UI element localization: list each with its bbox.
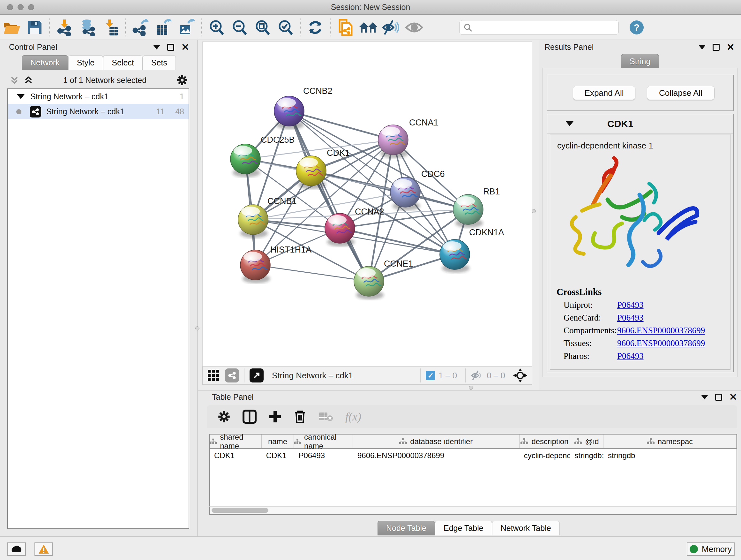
close-window-button[interactable] <box>7 4 13 10</box>
cloud-status-button[interactable] <box>7 543 26 556</box>
node-CDC6[interactable]: CDC6 <box>390 169 445 210</box>
delete-column-icon[interactable] <box>293 410 307 424</box>
network-view-canvas[interactable]: CCNB2CCNA1CDC25BCDK1CDC6RB1CCNB1CCNA2CDK… <box>202 42 532 366</box>
float-panel-icon[interactable] <box>167 44 174 51</box>
export-network-button[interactable] <box>131 18 150 37</box>
node-HIST1H1A[interactable]: HIST1H1A <box>240 245 312 283</box>
expand-all-icon[interactable] <box>23 75 33 85</box>
show-columns-icon[interactable] <box>243 410 257 424</box>
birds-eye-view-icon[interactable] <box>207 369 220 382</box>
crosslink-link[interactable]: 9606.ENSP00000378699 <box>617 326 705 335</box>
selected-nodes-checkbox[interactable]: ✓ <box>426 371 435 380</box>
column-header-name[interactable]: name <box>262 435 294 448</box>
collapse-caret-icon[interactable] <box>17 94 24 99</box>
table-cell[interactable]: CDK1 <box>262 449 294 463</box>
function-builder-icon[interactable]: f(x) <box>345 410 361 423</box>
float-panel-icon[interactable] <box>715 394 722 401</box>
edge-CCNB2-CCNA1[interactable] <box>289 111 393 140</box>
refresh-button[interactable] <box>306 18 325 37</box>
edge-HIST1H1A-CCNE1[interactable] <box>255 265 369 281</box>
edge-CCNB2-CCNE1[interactable] <box>289 111 369 281</box>
table-row[interactable]: CDK1CDK1P064939606.ENSP00000378699cyclin… <box>210 449 737 463</box>
column-header-database-identifier[interactable]: database identifier <box>353 435 520 448</box>
memory-button[interactable]: Memory <box>687 543 735 556</box>
fit-selected-crosshair-icon[interactable] <box>513 368 528 383</box>
open-in-window-icon[interactable] <box>250 368 264 382</box>
node-CDKN1A[interactable]: CDKN1A <box>440 228 504 273</box>
node-table[interactable]: shared namenamecanonical namedatabase id… <box>209 434 737 506</box>
search-box[interactable] <box>459 20 619 35</box>
tab-network-table[interactable]: Network Table <box>492 521 560 536</box>
import-network-file-button[interactable] <box>55 18 74 37</box>
gene-card-header[interactable]: CDK1 <box>547 114 733 133</box>
tab-style[interactable]: Style <box>68 55 104 70</box>
table-cell[interactable]: 9606.ENSP00000378699 <box>353 449 520 463</box>
search-input[interactable] <box>472 23 610 32</box>
zoom-in-button[interactable] <box>206 18 226 37</box>
float-panel-icon[interactable] <box>713 44 720 51</box>
column-header-canonical-name[interactable]: canonical name <box>294 435 353 448</box>
tab-node-table[interactable]: Node Table <box>378 521 435 536</box>
table-cell[interactable]: P06493 <box>294 449 353 463</box>
tab-edge-table[interactable]: Edge Table <box>435 521 492 536</box>
zoom-selected-button[interactable] <box>275 18 295 37</box>
string-network-graph[interactable]: CCNB2CCNA1CDC25BCDK1CDC6RB1CCNB1CCNA2CDK… <box>203 42 533 367</box>
crosslink-link[interactable]: P06493 <box>617 351 644 361</box>
table-horizontal-scrollbar[interactable] <box>209 506 737 515</box>
tab-network[interactable]: Network <box>22 55 68 70</box>
close-panel-icon[interactable]: ✕ <box>727 44 735 51</box>
show-all-button[interactable] <box>404 18 424 37</box>
zoom-out-button[interactable] <box>229 18 249 37</box>
maximize-window-button[interactable] <box>28 4 34 10</box>
vertical-splitter-handle[interactable] <box>532 209 536 213</box>
crosslink-link[interactable]: 9606.ENSP00000378699 <box>617 338 705 348</box>
home-layout-button[interactable] <box>358 18 378 37</box>
tab-sets[interactable]: Sets <box>143 55 176 70</box>
export-image-button[interactable] <box>177 18 196 37</box>
table-settings-gear-icon[interactable] <box>218 410 230 423</box>
horizontal-splitter-handle[interactable] <box>469 386 473 390</box>
warning-status-button[interactable] <box>35 543 53 556</box>
save-session-button[interactable] <box>24 18 44 37</box>
panel-menu-icon[interactable] <box>698 45 705 50</box>
panel-menu-icon[interactable] <box>153 45 160 50</box>
table-cell[interactable]: cyclin-dependent ... <box>520 449 570 463</box>
column-header-namespac[interactable]: namespac <box>603 435 737 448</box>
node-RB1[interactable]: RB1 <box>453 187 500 228</box>
zoom-fit-button[interactable] <box>253 18 272 37</box>
export-table-button[interactable] <box>153 18 173 37</box>
node-CDC25B[interactable]: CDC25B <box>230 135 295 177</box>
panel-menu-icon[interactable] <box>701 395 708 399</box>
collapse-caret-icon[interactable] <box>566 121 574 126</box>
add-column-icon[interactable] <box>269 410 281 423</box>
crosslink-link[interactable]: P06493 <box>617 313 644 323</box>
network-collection-row[interactable]: String Network – cdk1 1 <box>8 89 189 104</box>
node-CCNA1[interactable]: CCNA1 <box>378 118 439 158</box>
scrollbar-thumb[interactable] <box>212 508 268 513</box>
table-cell[interactable]: CDK1 <box>210 449 262 463</box>
crosslink-link[interactable]: P06493 <box>617 300 644 310</box>
import-table-file-button[interactable] <box>100 18 120 37</box>
traffic-lights[interactable] <box>7 4 34 10</box>
node-CCNE1[interactable]: CCNE1 <box>354 259 413 300</box>
table-cell[interactable]: stringdb:9... <box>570 449 603 463</box>
delete-table-icon[interactable] <box>319 411 333 422</box>
close-panel-icon[interactable]: ✕ <box>729 394 737 401</box>
column-header-description[interactable]: description <box>520 435 570 448</box>
tab-select[interactable]: Select <box>103 55 142 70</box>
open-session-button[interactable] <box>2 18 21 37</box>
gear-icon[interactable] <box>177 74 188 86</box>
minimize-window-button[interactable] <box>17 4 23 10</box>
column-header--id[interactable]: @id <box>570 435 603 448</box>
node-CCNB1[interactable]: CCNB1 <box>238 196 297 238</box>
help-button[interactable]: ? <box>630 20 644 35</box>
vertical-splitter-handle[interactable] <box>195 326 199 330</box>
network-row-selected[interactable]: String Network – cdk1 11 48 <box>8 104 189 119</box>
import-network-database-button[interactable] <box>77 18 97 37</box>
table-cell[interactable]: stringdb <box>603 449 737 463</box>
hide-selected-button[interactable] <box>381 18 401 37</box>
hidden-eye-icon[interactable] <box>471 370 483 381</box>
column-header-shared-name[interactable]: shared name <box>210 435 262 448</box>
expand-all-button[interactable]: Expand All <box>573 86 635 100</box>
tab-string[interactable]: String <box>621 54 659 69</box>
